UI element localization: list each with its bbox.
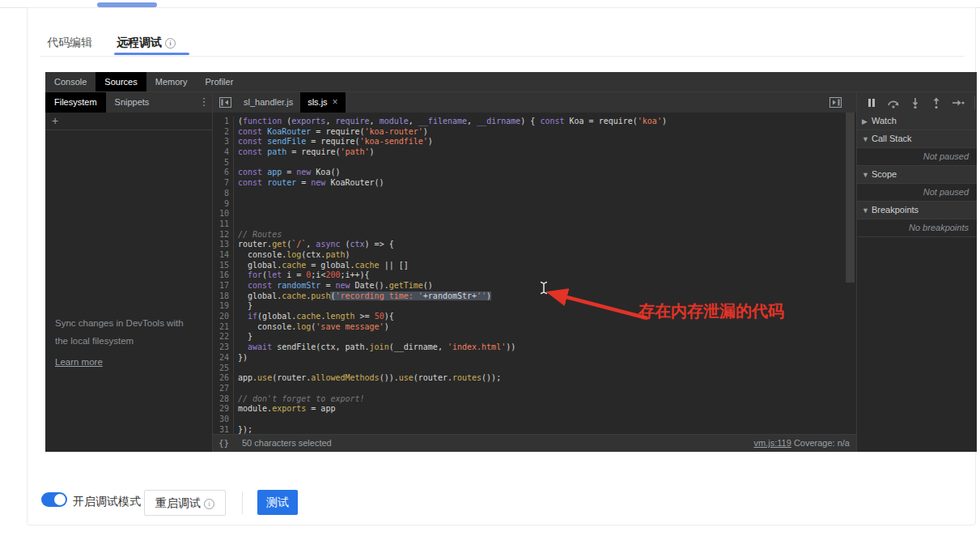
code-line-5[interactable]: 5 — [213, 158, 844, 168]
step-icon[interactable] — [952, 97, 965, 108]
line-number[interactable]: 18 — [213, 291, 234, 302]
code-token: path — [325, 250, 345, 259]
code-line-23[interactable]: 23 await sendFile(ctx, path.join(__dirna… — [213, 342, 844, 353]
code-line-28[interactable]: 28// don't forget to export! — [213, 394, 844, 405]
scrollbar-thumb[interactable] — [846, 113, 855, 283]
code-line-25[interactable]: 25 — [213, 364, 844, 374]
info-icon[interactable]: i — [204, 499, 214, 509]
code-line-17[interactable]: 17 const randomStr = new Date().getTime(… — [213, 281, 844, 291]
code-line-21[interactable]: 21 console.log('save message') — [213, 322, 844, 333]
hide-navigator-icon[interactable] — [217, 92, 233, 113]
code-line-3[interactable]: 3const sendFile = require('koa-sendfile'… — [213, 137, 844, 147]
section-watch[interactable]: ▶Watch — [857, 113, 977, 130]
code-line-20[interactable]: 20 if(global.cache.length >= 50){ — [213, 312, 844, 322]
devtools-tab-sources[interactable]: Sources — [95, 72, 146, 91]
code-line-13[interactable]: 13router.get(`/`, async (ctx) => { — [213, 240, 844, 250]
line-number[interactable]: 9 — [213, 199, 234, 210]
navigator-tab-filesystem[interactable]: Filesystem — [45, 92, 106, 113]
code-line-12[interactable]: 12// Routes — [213, 230, 844, 240]
code-line-14[interactable]: 14 console.log(ctx.path) — [213, 250, 844, 261]
step-out-icon[interactable] — [931, 97, 942, 108]
test-button[interactable]: 测试 — [257, 490, 298, 515]
code-line-8[interactable]: 8 — [213, 189, 844, 199]
code-line-2[interactable]: 2const KoaRouter = require('koa-router') — [213, 127, 844, 138]
code-line-24[interactable]: 24}) — [213, 353, 844, 364]
step-over-icon[interactable] — [887, 97, 900, 108]
code-line-18[interactable]: 18 global.cache.push('recording time: '+… — [213, 291, 844, 302]
plus-icon[interactable]: + — [45, 113, 212, 130]
line-number[interactable]: 3 — [213, 137, 234, 147]
section-breakpoints[interactable]: ▼Breakpoints — [857, 202, 977, 219]
close-icon[interactable]: × — [333, 96, 338, 108]
line-number[interactable]: 22 — [213, 332, 234, 342]
line-number[interactable]: 15 — [213, 261, 234, 271]
code-line-26[interactable]: 26app.use(router.allowedMethods()).use(r… — [213, 373, 844, 384]
line-number[interactable]: 28 — [213, 394, 234, 405]
line-number[interactable]: 29 — [213, 404, 234, 415]
devtools-tab-profiler[interactable]: Profiler — [196, 72, 242, 91]
devtools-tab-memory[interactable]: Memory — [146, 72, 197, 91]
source-link[interactable]: vm.js:119 — [754, 438, 791, 448]
line-number[interactable]: 17 — [213, 281, 234, 291]
line-number[interactable]: 16 — [213, 270, 234, 281]
format-icon[interactable]: {} — [218, 435, 229, 452]
line-number[interactable]: 5 — [213, 158, 234, 168]
line-number[interactable]: 14 — [213, 250, 234, 261]
info-icon[interactable]: i — [165, 38, 176, 49]
debug-mode-toggle[interactable] — [41, 492, 67, 507]
learn-more-link[interactable]: Learn more — [55, 357, 103, 367]
line-number[interactable]: 24 — [213, 353, 234, 364]
code-line-19[interactable]: 19 } — [213, 301, 844, 312]
code-line-4[interactable]: 4const path = require('path') — [213, 147, 844, 158]
line-number[interactable]: 1 — [213, 117, 234, 127]
step-into-icon[interactable] — [910, 97, 921, 108]
code-line-7[interactable]: 7const router = new KoaRouter() — [213, 178, 844, 189]
line-number[interactable]: 10 — [213, 209, 234, 219]
code-line-10[interactable]: 10 — [213, 209, 844, 219]
code-line-11[interactable]: 11 — [213, 219, 844, 230]
line-number[interactable]: 12 — [213, 230, 234, 240]
section-scope[interactable]: ▼Scope — [857, 166, 977, 184]
line-number[interactable]: 20 — [213, 312, 234, 322]
code-line-30[interactable]: 30 — [213, 415, 844, 425]
line-number[interactable]: 11 — [213, 219, 234, 230]
code-line-27[interactable]: 27 — [213, 384, 844, 394]
line-number[interactable]: 26 — [213, 373, 234, 384]
code-line-22[interactable]: 22 } — [213, 332, 844, 342]
file-tab-sls-js[interactable]: sls.js× — [300, 92, 345, 113]
code-line-31[interactable]: 31}); — [213, 425, 844, 434]
code-line-1[interactable]: 1(function (exports, require, module, __… — [213, 117, 844, 127]
line-number[interactable]: 8 — [213, 189, 234, 199]
line-number[interactable]: 7 — [213, 178, 234, 189]
line-number[interactable]: 4 — [213, 147, 234, 158]
code-line-16[interactable]: 16 for(let i = 0;i<200;i++){ — [213, 270, 844, 281]
section-label: Breakpoints — [872, 205, 918, 215]
code-line-15[interactable]: 15 global.cache = global.cache || [] — [213, 261, 844, 271]
code-line-29[interactable]: 29module.exports = app — [213, 404, 844, 415]
code-token: get — [272, 240, 286, 249]
code-line-6[interactable]: 6const app = new Koa() — [213, 168, 844, 178]
navigator-tab-snippets[interactable]: Snippets — [106, 92, 159, 113]
line-number[interactable]: 27 — [213, 384, 234, 394]
line-number[interactable]: 23 — [213, 342, 234, 353]
tab-code-edit[interactable]: 代码编辑 — [47, 36, 92, 50]
line-number[interactable]: 25 — [213, 364, 234, 374]
line-number[interactable]: 31 — [213, 425, 234, 434]
code-line-9[interactable]: 9 — [213, 199, 844, 210]
line-number[interactable]: 19 — [213, 301, 234, 312]
pause-icon[interactable] — [866, 97, 877, 108]
open-panel-icon[interactable] — [827, 92, 843, 113]
line-number[interactable]: 30 — [213, 415, 234, 425]
code-editor[interactable]: 1(function (exports, require, module, __… — [213, 113, 844, 434]
file-tab-sl-handler-js[interactable]: sl_handler.js — [236, 92, 300, 113]
line-number[interactable]: 6 — [213, 168, 234, 178]
more-vert-icon[interactable]: ⋮ — [196, 92, 212, 113]
section-call-stack[interactable]: ▼Call Stack — [857, 130, 977, 148]
line-number[interactable]: 21 — [213, 322, 234, 333]
line-number[interactable]: 13 — [213, 240, 234, 250]
line-number[interactable]: 2 — [213, 127, 234, 138]
devtools-tab-console[interactable]: Console — [45, 72, 95, 91]
editor-scrollbar[interactable] — [844, 113, 856, 434]
restart-debug-button[interactable]: 重启调试 i — [144, 490, 226, 516]
tab-remote-debug[interactable]: 远程调试 i — [117, 36, 176, 50]
